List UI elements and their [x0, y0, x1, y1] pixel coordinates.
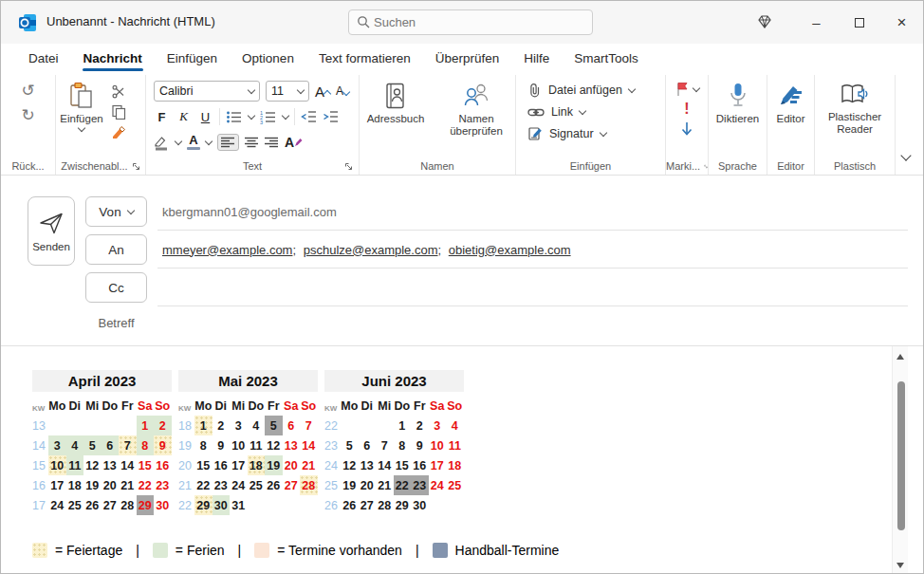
calendar-week-number: 22 — [324, 416, 341, 435]
tab-hilfe[interactable]: Hilfe — [513, 46, 560, 74]
font-size-combo[interactable]: 11 — [266, 81, 309, 102]
ribbon-group-names: Adressbuch Namen überprüfen Namen — [360, 75, 516, 175]
weekday-header: Fr — [265, 396, 283, 416]
numbered-list-chevron[interactable] — [282, 111, 289, 119]
ribbon-collapse-area — [896, 75, 923, 175]
follow-up-flag-button[interactable] — [675, 82, 699, 97]
low-importance-arrow-icon[interactable] — [681, 121, 693, 137]
calendar-week-number: 24 — [324, 455, 341, 475]
send-button[interactable]: Senden — [28, 196, 75, 266]
day-cell: 30 — [411, 495, 429, 515]
day-cell: 8 — [394, 435, 412, 455]
to-button[interactable]: An — [85, 234, 147, 265]
day-cell: 5 — [83, 435, 102, 455]
tab-nachricht[interactable]: Nachricht — [73, 46, 153, 74]
tab-datei[interactable]: Datei — [18, 46, 69, 74]
link-button[interactable]: Link — [527, 105, 665, 119]
clear-format-pen-icon — [294, 138, 303, 147]
collapse-ribbon-chevron[interactable] — [900, 150, 911, 160]
bullet-list-icon[interactable] — [226, 110, 243, 124]
bold-button[interactable]: F — [154, 110, 170, 124]
to-value[interactable]: mmeyer@example.com; pschulze@example.com… — [162, 234, 904, 265]
day-cell: 6 — [359, 435, 377, 455]
day-cell: 29 — [137, 495, 155, 515]
tab-optionen[interactable]: Optionen — [231, 46, 305, 74]
immersive-reader-button[interactable]: Plastischer Reader — [815, 75, 895, 136]
gem-icon[interactable] — [756, 13, 773, 30]
month-grid: KWMoDiMiDoFrSaSo221234235678910112412131… — [324, 396, 464, 515]
grow-font-button[interactable]: A — [315, 83, 330, 100]
attach-file-button[interactable]: Datei anfügen — [527, 83, 665, 98]
undo-button[interactable]: ↺ — [21, 83, 34, 100]
underline-button[interactable]: U — [197, 110, 213, 124]
align-right-icon[interactable] — [265, 137, 279, 148]
cc-value[interactable] — [162, 272, 904, 303]
calendar-week-number: 19 — [178, 435, 194, 455]
copy-icon[interactable] — [111, 104, 126, 120]
signature-button[interactable]: Signatur — [527, 126, 665, 141]
dialog-launcher-icon[interactable] — [704, 162, 708, 171]
subject-label[interactable]: Betreff — [85, 316, 147, 330]
cut-icon[interactable] — [112, 84, 126, 99]
tab-einfügen[interactable]: Einfügen — [157, 46, 228, 74]
maximize-button[interactable] — [838, 1, 880, 44]
immersive-reader-icon — [840, 82, 870, 108]
highlighter-icon[interactable] — [154, 135, 170, 151]
calendar-week-number: 18 — [178, 416, 194, 435]
highlighter-chevron[interactable] — [175, 137, 182, 144]
day-cell: 4 — [66, 435, 84, 455]
cc-button[interactable]: Cc — [85, 272, 147, 303]
message-body[interactable]: April 2023KWMoDiMiDoFrSaSo13121434567891… — [1, 345, 923, 574]
day-cell: 12 — [83, 455, 102, 475]
search-placeholder: Suchen — [374, 15, 416, 29]
tab-text-formatieren[interactable]: Text formatieren — [308, 46, 421, 74]
calendar-month-april-2023: April 2023KWMoDiMiDoFrSaSo13121434567891… — [32, 370, 172, 515]
scroll-down-arrow-icon[interactable] — [896, 563, 904, 568]
day-cell — [83, 416, 102, 435]
day-cell: 14 — [300, 435, 318, 455]
high-importance-button[interactable]: ! — [684, 102, 689, 116]
align-left-button[interactable] — [217, 134, 239, 151]
recipient-link[interactable]: pschulze@example.com — [304, 243, 438, 257]
dictate-button[interactable]: Diktieren — [709, 75, 767, 125]
scrollbar-thumb[interactable] — [897, 381, 905, 530]
increase-indent-icon[interactable] — [323, 110, 339, 123]
minimize-button[interactable]: – — [795, 1, 838, 44]
recipient-link[interactable]: obietig@example.com — [449, 243, 571, 257]
dialog-launcher-icon[interactable] — [132, 162, 140, 171]
format-painter-icon[interactable] — [111, 125, 126, 140]
recipient-link[interactable]: mmeyer@example.com — [162, 243, 292, 257]
decrease-indent-icon[interactable] — [301, 110, 317, 123]
ribbon-group-speech: Diktieren Sprache — [709, 75, 767, 175]
from-value[interactable]: kbergmann01@googlemail.com — [162, 196, 904, 227]
dialog-launcher-icon[interactable] — [344, 162, 353, 171]
shrink-font-button[interactable]: A — [336, 84, 349, 98]
close-button[interactable]: × — [880, 1, 923, 44]
tab-überprüfen[interactable]: Überprüfen — [425, 46, 510, 74]
italic-button[interactable]: K — [176, 109, 192, 124]
clear-format-button[interactable]: A — [285, 138, 303, 148]
align-center-icon[interactable] — [245, 137, 259, 148]
tab-smarttools[interactable]: SmartTools — [564, 46, 649, 74]
font-name-combo[interactable]: Calibri — [154, 81, 260, 102]
legend-separator: | — [136, 543, 139, 558]
day-cell: 8 — [194, 435, 213, 455]
day-cell: 12 — [341, 455, 359, 475]
scroll-up-arrow-icon[interactable] — [896, 354, 904, 360]
from-button[interactable]: Von — [85, 196, 147, 227]
day-cell: 9 — [411, 435, 429, 455]
month-grid: KWMoDiMiDoFrSaSo131214345678915101112131… — [32, 396, 172, 515]
numbered-list-icon[interactable]: 123 — [260, 110, 277, 124]
undo-group-label: Rück... — [11, 160, 44, 172]
bullet-list-chevron[interactable] — [248, 111, 255, 119]
calendar-week-number: 16 — [32, 475, 48, 495]
day-cell: 26 — [83, 495, 102, 515]
editor-button[interactable]: Editor — [767, 75, 814, 125]
redo-button[interactable]: ↻ — [21, 107, 34, 124]
font-color-chevron[interactable] — [205, 137, 213, 144]
vertical-scrollbar[interactable] — [892, 346, 908, 574]
search-box[interactable]: Suchen — [348, 9, 593, 35]
font-color-button[interactable]: A — [187, 135, 200, 150]
day-cell: 10 — [230, 435, 248, 455]
day-cell: 5 — [265, 416, 283, 435]
